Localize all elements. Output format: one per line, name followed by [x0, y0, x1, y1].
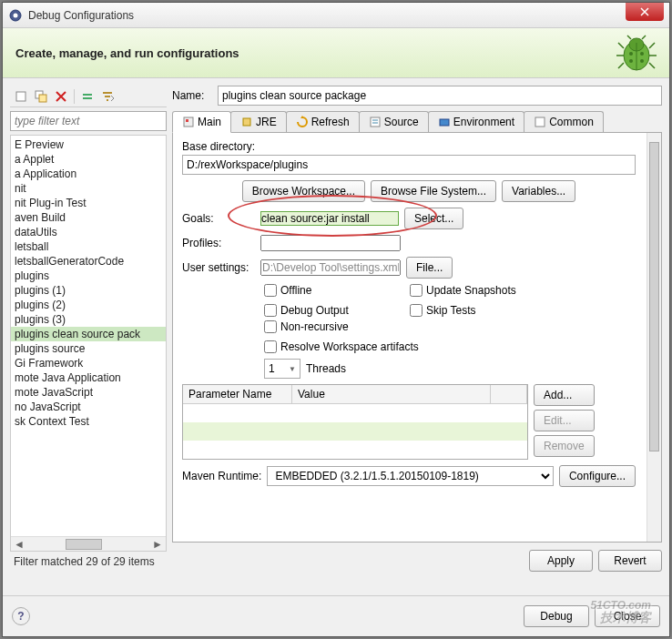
dialog-footer: ? Debug Close	[3, 595, 669, 636]
tab-environment[interactable]: Environment	[428, 111, 524, 132]
close-button[interactable]	[626, 3, 664, 21]
tab-common[interactable]: Common	[524, 111, 604, 132]
skip-tests-checkbox[interactable]	[410, 304, 423, 317]
left-pane: E Previewa Appleta Applicationnitnit Plu…	[10, 86, 167, 572]
offline-checkbox[interactable]	[264, 284, 277, 297]
vscroll-thumb[interactable]	[649, 142, 659, 451]
runtime-select[interactable]: EMBEDDED (3.2.1/1.5.1.20150109-1819)	[267, 466, 554, 486]
non-recursive-label: Non-recursive	[280, 320, 349, 333]
variables-button[interactable]: Variables...	[502, 180, 575, 202]
user-settings-input[interactable]	[260, 259, 401, 276]
tree-item[interactable]: dataUtils	[11, 225, 166, 239]
base-dir-input[interactable]	[182, 155, 636, 175]
collapse-all-icon[interactable]	[78, 87, 97, 106]
common-tab-icon	[534, 116, 546, 128]
tree-item[interactable]: plugins	[11, 269, 166, 283]
profiles-label: Profiles:	[182, 237, 255, 249]
tree-item[interactable]: mote Java Application	[11, 370, 166, 385]
revert-button[interactable]: Revert	[598, 550, 662, 572]
svg-rect-22	[440, 119, 449, 126]
browse-filesystem-button[interactable]: Browse File System...	[371, 180, 496, 202]
tree-item[interactable]: nit Plug-in Test	[11, 196, 166, 210]
refresh-tab-icon	[296, 116, 309, 128]
param-remove-button[interactable]: Remove	[534, 435, 595, 457]
tree-item[interactable]: Gi Framework	[11, 356, 166, 370]
tab-main[interactable]: Main	[172, 111, 231, 133]
offline-label: Offline	[280, 284, 311, 297]
tree-item[interactable]: no JavaScript	[11, 400, 166, 414]
header-banner: Create, manage, and run configurations	[3, 28, 669, 78]
parameter-table[interactable]: Parameter Name Value	[182, 384, 528, 460]
tree-item[interactable]: sk Context Test	[11, 414, 166, 429]
tree-item[interactable]: letsball	[11, 239, 166, 254]
profiles-input[interactable]	[260, 235, 401, 251]
filter-menu-icon[interactable]	[98, 87, 117, 106]
goals-input[interactable]	[260, 211, 399, 226]
svg-rect-18	[243, 118, 250, 126]
tree-item[interactable]: mote JavaScript	[11, 385, 166, 400]
tree-item[interactable]: aven Build	[11, 210, 166, 225]
vertical-scrollbar[interactable]	[647, 133, 661, 542]
source-tab-icon	[369, 116, 382, 128]
non-recursive-checkbox[interactable]	[264, 320, 277, 333]
bug-icon	[615, 34, 658, 76]
svg-rect-15	[83, 97, 92, 99]
tree-item[interactable]: a Applet	[11, 152, 166, 167]
name-row: Name:	[172, 86, 662, 106]
svg-rect-13	[39, 95, 46, 102]
runtime-label: Maven Runtime:	[182, 470, 261, 482]
tree-item[interactable]: plugins (2)	[11, 298, 166, 312]
apply-button[interactable]: Apply	[529, 550, 593, 572]
right-pane: Name: Main JRE Refresh Source Environmen…	[172, 86, 662, 572]
dialog-window: Debug Configurations Create, manage, and…	[2, 2, 670, 637]
file-button[interactable]: File...	[406, 257, 453, 279]
tree-item[interactable]: letsballGeneratorCode	[11, 254, 166, 269]
separator	[74, 89, 75, 104]
debug-output-checkbox[interactable]	[264, 304, 277, 317]
tab-bar: Main JRE Refresh Source Environment Comm…	[172, 111, 662, 133]
tree-item[interactable]: plugins (3)	[11, 312, 166, 327]
tab-refresh[interactable]: Refresh	[286, 111, 360, 132]
runtime-configure-button[interactable]: Configure...	[559, 465, 636, 487]
delete-icon[interactable]	[52, 87, 70, 106]
tree-item[interactable]: plugins clean source pack	[11, 327, 166, 341]
close-dialog-button[interactable]: Close	[595, 605, 660, 627]
main-tab-icon	[182, 116, 195, 128]
update-snapshots-checkbox[interactable]	[410, 284, 423, 297]
tab-source[interactable]: Source	[359, 111, 429, 132]
titlebar: Debug Configurations	[3, 3, 669, 28]
tree-item[interactable]: nit	[11, 181, 166, 196]
resolve-workspace-checkbox[interactable]	[264, 340, 277, 353]
param-add-button[interactable]: Add...	[534, 384, 595, 406]
name-input[interactable]	[218, 86, 662, 106]
help-icon[interactable]: ?	[12, 607, 30, 625]
svg-rect-19	[371, 117, 380, 127]
param-edit-button[interactable]: Edit...	[534, 410, 595, 431]
resolve-workspace-label: Resolve Workspace artifacts	[280, 340, 419, 353]
filter-input[interactable]	[10, 111, 167, 131]
tab-content-main: Base directory: Browse Workspace... Brow…	[172, 133, 662, 543]
browse-workspace-button[interactable]: Browse Workspace...	[242, 180, 365, 202]
tree-item[interactable]: plugins source	[11, 341, 166, 356]
svg-rect-14	[83, 94, 92, 96]
svg-point-6	[640, 52, 644, 56]
debug-button[interactable]: Debug	[524, 605, 589, 627]
horizontal-scrollbar[interactable]: ◄ ►	[11, 536, 166, 551]
tree-item[interactable]: E Preview	[11, 137, 166, 152]
tree-item[interactable]: a Application	[11, 167, 166, 181]
tree-item[interactable]: plugins (1)	[11, 283, 166, 298]
new-config-icon[interactable]	[12, 87, 30, 106]
window-title: Debug Configurations	[28, 9, 626, 22]
tab-jre[interactable]: JRE	[230, 111, 287, 132]
config-tree[interactable]: E Previewa Appleta Applicationnitnit Plu…	[10, 135, 167, 552]
scroll-thumb[interactable]	[66, 539, 102, 550]
threads-spinner[interactable]: 1▼	[264, 359, 300, 379]
environment-tab-icon	[438, 116, 451, 128]
svg-line-9	[627, 36, 631, 39]
svg-rect-17	[186, 119, 188, 122]
goals-label: Goals:	[182, 212, 255, 225]
duplicate-icon[interactable]	[32, 87, 50, 106]
base-dir-label: Base directory:	[182, 140, 636, 153]
select-goals-button[interactable]: Select...	[404, 208, 463, 229]
svg-line-10	[642, 36, 646, 39]
